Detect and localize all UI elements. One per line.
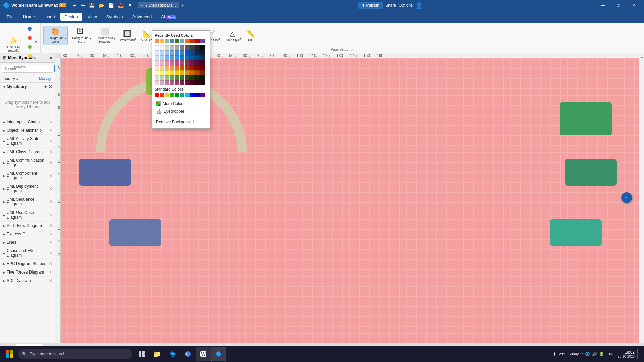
std-green[interactable] [175, 93, 179, 97]
cs-r5[interactable] [175, 65, 179, 70]
cs-w5[interactable] [175, 45, 179, 50]
cs-p2[interactable] [160, 60, 164, 65]
cs-g6[interactable] [180, 75, 184, 80]
cs-r2[interactable] [160, 65, 164, 70]
cs-b4[interactable] [170, 50, 174, 55]
ribbon-small-btn-3[interactable]: 🟢 [25, 42, 34, 51]
cs-y10[interactable] [200, 70, 205, 75]
options-btn[interactable]: Options [399, 3, 413, 8]
cs-pr9[interactable] [195, 80, 200, 85]
cs-p5[interactable] [175, 60, 179, 65]
sidebar-item-lines[interactable]: ▶ Lines ✕ [0, 238, 55, 247]
ribbon-small-btn-2[interactable]: 🔴 [25, 33, 34, 42]
system-tray[interactable]: ^ 🌐 🔊 🔋 [581, 352, 604, 356]
cs-b1[interactable] [155, 50, 159, 55]
cs-p8[interactable] [190, 60, 195, 65]
cs-p10[interactable] [200, 60, 205, 65]
bg-picture-dropdown-arrow[interactable]: ▼ [89, 37, 92, 40]
more-dropdown-btn[interactable]: ▼ [127, 3, 133, 8]
recent-color-4[interactable] [170, 39, 174, 43]
cs-y3[interactable] [165, 70, 169, 75]
menu-home[interactable]: Home [19, 13, 39, 21]
expand-arrow[interactable]: ▼ [34, 40, 38, 44]
cs-c7[interactable] [185, 55, 190, 60]
watermark-dropdown-arrow[interactable]: ▼ [134, 37, 137, 40]
cs-w2[interactable] [160, 45, 164, 50]
sidebar-item-infographic[interactable]: ▶ Infographic Charts ✕ [0, 118, 55, 126]
cs-w4[interactable] [170, 45, 174, 50]
close-lines[interactable]: ✕ [49, 240, 52, 245]
taskbar-edge[interactable] [165, 347, 180, 361]
close-uml-comm[interactable]: ✕ [49, 160, 52, 165]
recent-color-1[interactable] [155, 39, 159, 43]
sidebar-item-uml-activity[interactable]: ▶ UML Activity State Diagram ✕ [0, 135, 55, 148]
cs-b5[interactable] [175, 50, 179, 55]
doc-tab[interactable]: ● 7 Step Risk Ma... [138, 2, 178, 8]
close-five-forces[interactable]: ✕ [49, 270, 52, 275]
borders-dropdown-arrow[interactable]: ▼ [113, 37, 116, 40]
std-yellow[interactable] [165, 93, 169, 97]
cs-g1[interactable] [155, 75, 159, 80]
ribbon-small-btn-4[interactable]: 🟡 [25, 51, 34, 60]
cs-p1[interactable] [155, 60, 159, 65]
borders-btn[interactable]: ⬜ Borders and Headers ▼ [93, 26, 117, 45]
close-audit[interactable]: ✕ [49, 223, 52, 228]
sidebar-item-uml-deploy[interactable]: ▶ UML Deployment Diagram ✕ [0, 182, 55, 195]
redo-btn[interactable]: ↪ [80, 3, 86, 8]
right-panel-toggle[interactable]: ▶ [640, 56, 643, 59]
taskbar-clock[interactable]: 18:02 26-10-2023 [618, 350, 635, 358]
sidebar-item-cause-effect[interactable]: ▶ Cause and Effect Diagram ✕ [0, 247, 55, 260]
sidebar-item-uml-component[interactable]: ▶ UML Component Diagram ✕ [0, 169, 55, 182]
cs-w9[interactable] [195, 45, 200, 50]
cs-c3[interactable] [165, 55, 169, 60]
collapse-sidebar-btn[interactable]: « [50, 55, 52, 60]
cs-pr8[interactable] [190, 80, 195, 85]
cs-y9[interactable] [195, 70, 200, 75]
cs-y1[interactable] [155, 70, 159, 75]
menu-ai[interactable]: AI Beta [157, 13, 179, 21]
bg-color-btn[interactable]: 🎨 Background Color ▼ [43, 26, 68, 45]
my-library-expand[interactable]: ▼ [3, 85, 6, 89]
cs-r10[interactable] [200, 65, 205, 70]
taskbar-word[interactable]: W [196, 347, 211, 361]
std-dark-blue[interactable] [195, 93, 200, 97]
watermark-btn[interactable]: 🔲 Watermark ▼ [117, 26, 138, 45]
close-uml-component[interactable]: ✕ [49, 173, 52, 178]
remove-bg-btn[interactable]: Remove Background [155, 118, 207, 126]
recent-color-5[interactable] [175, 39, 179, 43]
cs-pr7[interactable] [185, 80, 190, 85]
canvas-area[interactable]: -80 -70 -60 -50 -40 -30 -20 -10 0 10 20 … [55, 53, 639, 343]
std-teal[interactable] [180, 93, 184, 97]
menu-insert[interactable]: Insert [40, 13, 59, 21]
ribbon-small-btn-1[interactable]: 🔵 [25, 24, 34, 33]
cs-y7[interactable] [185, 70, 190, 75]
sidebar-item-express[interactable]: ▶ Express-G ✕ [0, 230, 55, 238]
recent-color-3[interactable] [165, 39, 169, 43]
taskbar-chrome[interactable] [180, 347, 195, 361]
minimize-btn[interactable]: — [595, 0, 610, 11]
cs-r3[interactable] [165, 65, 169, 70]
more-colors-btn[interactable]: More Colors [155, 100, 207, 107]
cs-b8[interactable] [190, 50, 195, 55]
cs-r1[interactable] [155, 65, 159, 70]
cs-r6[interactable] [180, 65, 184, 70]
cs-w1[interactable] [155, 45, 159, 50]
cs-g10[interactable] [200, 75, 205, 80]
cs-y2[interactable] [160, 70, 164, 75]
menu-view[interactable]: View [84, 13, 101, 21]
std-purple[interactable] [200, 93, 205, 97]
cs-g7[interactable] [185, 75, 190, 80]
page-size-dropdown-arrow[interactable]: ▼ [218, 37, 221, 40]
recent-color-2[interactable] [160, 39, 164, 43]
close-cause-effect[interactable]: ✕ [49, 251, 52, 255]
close-epc[interactable]: ✕ [49, 261, 52, 266]
cs-r8[interactable] [190, 65, 195, 70]
cs-b6[interactable] [180, 50, 184, 55]
undo-btn[interactable]: ↩ [72, 3, 78, 8]
new-btn[interactable]: 📄 [107, 3, 115, 8]
cs-c4[interactable] [170, 55, 174, 60]
publish-btn[interactable]: ⬆Publish [358, 2, 383, 9]
sidebar-item-object-rel[interactable]: ▶ Object Relationship ✕ [0, 126, 55, 135]
show-desktop-btn[interactable] [637, 349, 640, 359]
cs-w8[interactable] [190, 45, 195, 50]
